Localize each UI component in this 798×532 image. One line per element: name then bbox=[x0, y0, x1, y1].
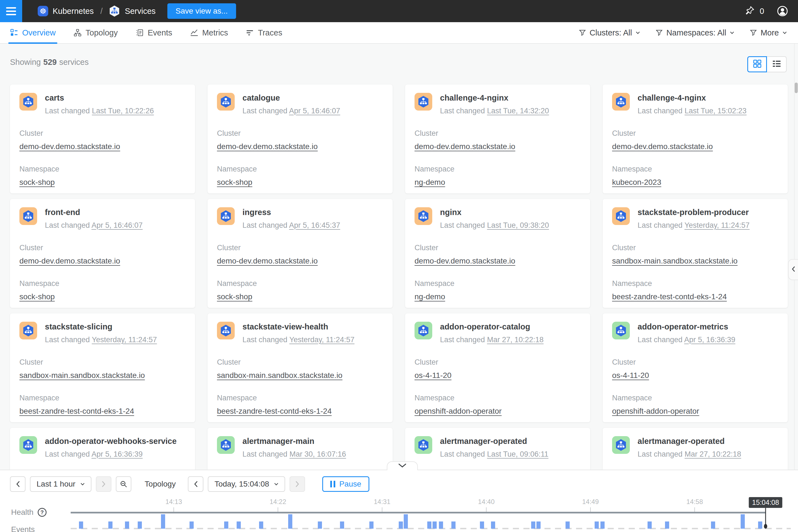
service-card[interactable]: ingress Last changed Apr 5, 16:45:37 Clu… bbox=[208, 199, 393, 308]
last-changed-link[interactable]: Apr 5, 16:45:37 bbox=[289, 221, 340, 229]
service-name[interactable]: challenge-4-nginx bbox=[440, 93, 549, 102]
namespace-link[interactable]: ng-demo bbox=[415, 178, 445, 187]
cluster-link[interactable]: demo-dev.demo.stackstate.io bbox=[19, 142, 120, 151]
tab-traces[interactable]: Traces bbox=[246, 22, 282, 43]
service-name[interactable]: stackstate-slicing bbox=[45, 322, 157, 331]
service-name[interactable]: addon-operator-webhooks-service bbox=[45, 436, 176, 446]
list-view-button[interactable] bbox=[767, 56, 787, 72]
namespace-link[interactable]: sock-shop bbox=[217, 178, 252, 187]
event-bar[interactable] bbox=[190, 521, 194, 529]
playhead-line[interactable] bbox=[765, 508, 766, 525]
event-bar[interactable] bbox=[536, 521, 540, 529]
namespace-link[interactable]: sock-shop bbox=[217, 292, 252, 301]
service-name[interactable]: ingress bbox=[243, 207, 340, 217]
cluster-link[interactable]: os-4-11-20 bbox=[612, 371, 649, 380]
zoom-out-button[interactable] bbox=[116, 476, 131, 492]
event-bar[interactable] bbox=[665, 521, 669, 529]
event-bar[interactable] bbox=[340, 521, 344, 529]
service-card[interactable]: catalogue Last changed Apr 5, 16:46:07 C… bbox=[208, 84, 393, 193]
service-card[interactable]: challenge-4-nginx Last changed Last Tue,… bbox=[405, 84, 590, 193]
event-bar[interactable] bbox=[259, 521, 263, 529]
pin-icon[interactable] bbox=[745, 5, 755, 17]
cluster-link[interactable]: demo-dev.demo.stackstate.io bbox=[217, 256, 318, 265]
user-avatar[interactable] bbox=[776, 5, 788, 17]
event-bar[interactable] bbox=[161, 514, 165, 529]
tab-events[interactable]: Events bbox=[135, 22, 172, 43]
topology-time-back-button[interactable] bbox=[188, 476, 203, 492]
event-bar[interactable] bbox=[711, 521, 715, 529]
service-name[interactable]: nginx bbox=[440, 207, 549, 217]
service-card[interactable]: stackstate-slicing Last changed Yesterda… bbox=[10, 314, 195, 422]
time-range-back-button[interactable] bbox=[10, 476, 25, 492]
service-name[interactable]: stackstate-problem-producer bbox=[638, 207, 749, 217]
last-changed-link[interactable]: Last Tue, 15:02:23 bbox=[685, 107, 747, 115]
event-bar[interactable] bbox=[236, 521, 241, 529]
event-bar[interactable] bbox=[480, 521, 484, 529]
right-panel-expand-handle[interactable] bbox=[788, 259, 798, 280]
event-bar[interactable] bbox=[491, 521, 495, 529]
last-changed-link[interactable]: Yesterday, 11:24:57 bbox=[92, 336, 157, 344]
service-name[interactable]: addon-operator-catalog bbox=[440, 322, 544, 331]
cluster-link[interactable]: sandbox-main.sandbox.stackstate.io bbox=[612, 256, 738, 265]
cluster-link[interactable]: demo-dev.demo.stackstate.io bbox=[612, 142, 713, 151]
last-changed-link[interactable]: Last Tue, 14:32:20 bbox=[487, 107, 549, 115]
last-changed-link[interactable]: Last Tue, 09:38:20 bbox=[487, 221, 549, 229]
filter-more[interactable]: More bbox=[750, 28, 787, 37]
hamburger-menu-button[interactable] bbox=[0, 0, 22, 22]
event-bar[interactable] bbox=[648, 521, 652, 529]
last-changed-link[interactable]: Last Tue, 09:06:11 bbox=[487, 450, 549, 458]
playhead-dot[interactable] bbox=[764, 524, 767, 529]
last-changed-link[interactable]: Mar 30, 16:07:16 bbox=[289, 450, 346, 458]
event-bar[interactable] bbox=[404, 514, 408, 529]
event-bar[interactable] bbox=[399, 521, 403, 529]
topology-time-forward-button[interactable] bbox=[289, 476, 305, 492]
namespace-link[interactable]: ng-demo bbox=[415, 292, 445, 301]
service-card[interactable]: carts Last changed Last Tue, 10:22:26 Cl… bbox=[10, 84, 195, 193]
service-card[interactable]: addon-operator-catalog Last changed Mar … bbox=[405, 314, 590, 422]
namespace-link[interactable]: kubecon-2023 bbox=[612, 178, 661, 187]
cluster-link[interactable]: demo-dev.demo.stackstate.io bbox=[415, 142, 515, 151]
last-changed-link[interactable]: Apr 5, 16:46:07 bbox=[92, 221, 143, 229]
service-name[interactable]: carts bbox=[45, 93, 154, 102]
service-card[interactable]: nginx Last changed Last Tue, 09:38:20 Cl… bbox=[405, 199, 590, 308]
event-bar[interactable] bbox=[531, 521, 535, 529]
event-bar[interactable] bbox=[758, 521, 762, 529]
event-bar[interactable] bbox=[125, 521, 129, 529]
service-card[interactable]: stackstate-problem-producer Last changed… bbox=[603, 199, 788, 308]
help-icon[interactable]: ? bbox=[38, 508, 46, 517]
namespace-link[interactable]: beest-zandre-test-contd-eks-1-24 bbox=[217, 407, 332, 416]
namespace-link[interactable]: sock-shop bbox=[19, 292, 55, 301]
event-bar[interactable] bbox=[79, 521, 83, 529]
last-changed-link[interactable]: Apr 5, 16:46:07 bbox=[289, 107, 340, 115]
service-name[interactable]: alertmanager-main bbox=[243, 436, 346, 446]
last-changed-link[interactable]: Mar 27, 10:22:18 bbox=[487, 336, 544, 344]
service-name[interactable]: challenge-4-nginx bbox=[638, 93, 746, 102]
event-bar[interactable] bbox=[288, 514, 292, 529]
event-bar[interactable] bbox=[741, 514, 745, 529]
event-bar[interactable] bbox=[224, 521, 228, 529]
service-name[interactable]: stackstate-view-health bbox=[243, 322, 355, 331]
tab-overview[interactable]: Overview bbox=[10, 22, 56, 43]
timeline-collapse-tab[interactable] bbox=[387, 461, 418, 470]
cluster-link[interactable]: os-4-11-20 bbox=[415, 371, 451, 380]
event-bar[interactable] bbox=[369, 521, 374, 529]
service-name[interactable]: front-end bbox=[45, 207, 143, 217]
service-card[interactable]: front-end Last changed Apr 5, 16:46:07 C… bbox=[10, 199, 195, 308]
filter-clusters-all[interactable]: Clusters: All bbox=[579, 28, 640, 37]
cluster-link[interactable]: sandbox-main.sandbox.stackstate.io bbox=[19, 371, 145, 380]
event-bar[interactable] bbox=[318, 521, 322, 529]
event-bar[interactable] bbox=[566, 521, 570, 529]
pause-button[interactable]: Pause bbox=[322, 476, 369, 492]
last-changed-link[interactable]: Apr 5, 16:36:39 bbox=[684, 336, 735, 344]
service-name[interactable]: alertmanager-operated bbox=[440, 436, 548, 446]
tab-metrics[interactable]: Metrics bbox=[190, 22, 228, 43]
breadcrumb-page[interactable]: Services bbox=[125, 7, 155, 16]
namespace-link[interactable]: beest-zandre-test-contd-eks-1-24 bbox=[612, 292, 727, 301]
namespace-link[interactable]: openshift-addon-operator bbox=[612, 407, 699, 416]
topology-datetime-dropdown[interactable]: Today, 15:04:08 bbox=[208, 476, 285, 492]
breadcrumb-app[interactable]: Kubernetes bbox=[53, 7, 94, 16]
last-changed-link[interactable]: Mar 27, 10:22:18 bbox=[685, 450, 741, 458]
time-range-dropdown[interactable]: Last 1 hour bbox=[30, 476, 92, 492]
event-bar[interactable] bbox=[433, 521, 437, 529]
namespace-link[interactable]: beest-zandre-test-contd-eks-1-24 bbox=[19, 407, 134, 416]
